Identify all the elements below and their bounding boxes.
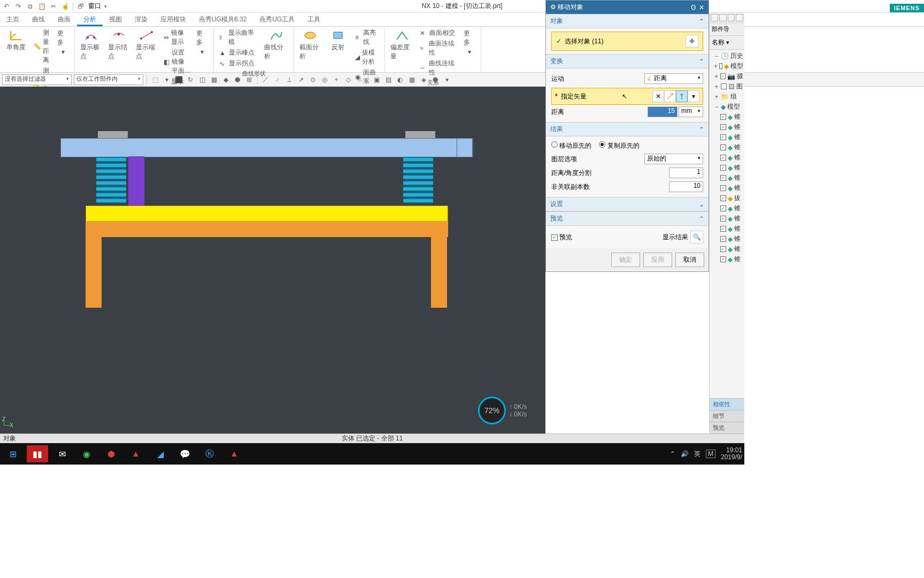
vec-infer[interactable] <box>664 90 676 102</box>
simple-angle-button[interactable]: 单角度 <box>3 28 29 53</box>
start-button[interactable]: ⊞ <box>2 445 24 462</box>
panel-tab-preview[interactable]: 预览 <box>710 422 744 434</box>
show-poles[interactable]: 显示极点 <box>78 28 104 62</box>
tb-icon-4[interactable]: ↻ <box>186 75 195 85</box>
tray-up-icon[interactable]: ⌃ <box>670 450 675 458</box>
tb-icon-1[interactable]: ⬚ <box>150 75 160 85</box>
feature-node[interactable]: ✓◆锥 <box>711 132 743 142</box>
tab-surface[interactable]: 曲面 <box>51 13 77 26</box>
feature-node[interactable]: ✓◆锥 <box>711 254 743 264</box>
pin-icon[interactable] <box>711 14 718 21</box>
touch-icon[interactable]: ☝ <box>61 2 70 11</box>
vec-axis[interactable] <box>676 90 688 102</box>
tb-icon-18[interactable]: ○ <box>355 75 365 85</box>
task-mail[interactable]: ✉ <box>51 445 73 462</box>
task-app-1[interactable]: ▮▮ <box>27 445 48 462</box>
tb-icon-7[interactable]: ◆ <box>221 75 230 85</box>
tb-icon-19[interactable]: ▣ <box>372 75 381 85</box>
redo-icon[interactable]: ↷ <box>14 2 22 11</box>
section-settings[interactable]: 设置⌄ <box>546 197 709 211</box>
tray-clock[interactable]: 19:01 2019/9/ <box>721 447 742 461</box>
task-app-4[interactable]: ◢ <box>150 445 171 462</box>
mirror-display[interactable]: ⇔镜像显示 <box>161 28 192 47</box>
column-header[interactable]: 名称 ▾ <box>710 36 744 50</box>
tab-analysis[interactable]: 分析 <box>77 13 103 26</box>
task-app-3[interactable]: ▲ <box>125 445 147 462</box>
tb-icon-23[interactable]: ◈ <box>419 75 428 85</box>
section-object[interactable]: 对象⌃ <box>546 14 709 28</box>
tab-home[interactable]: 主页 <box>0 13 26 26</box>
tree-node[interactable]: +◆模型 <box>711 61 743 71</box>
show-endpoints[interactable]: 显示端点 <box>134 28 159 62</box>
specify-vector-row[interactable]: * 指定矢量 ↖ ✕ ▾ <box>551 88 703 105</box>
select-object-row[interactable]: ✓ 选择对象 (11) ✛ <box>551 32 703 51</box>
show-peak[interactable]: ▲显示峰点 <box>217 48 260 58</box>
feature-node[interactable]: ✓◆锥 <box>711 122 743 132</box>
vec-dropdown[interactable]: ▾ <box>688 90 699 102</box>
tray-m[interactable]: M <box>706 450 715 458</box>
division-input[interactable]: 1 <box>669 168 703 178</box>
tab-yx1[interactable]: 燕秀UG模具6.32 <box>192 13 253 26</box>
motion-dropdown[interactable]: ∠ 距离 <box>644 73 703 84</box>
show-knots[interactable]: 显示结点 <box>106 28 132 62</box>
tree-node[interactable]: +📁组 <box>711 92 743 102</box>
vec-clear[interactable]: ✕ <box>652 90 664 102</box>
feature-node[interactable]: ✓◆锥 <box>711 153 743 163</box>
reflection[interactable]: 反射 <box>325 28 351 53</box>
paste-icon[interactable]: 📋 <box>37 2 46 11</box>
magnify-icon[interactable]: 🔍 <box>690 231 703 244</box>
tb-icon-17[interactable]: ◇ <box>343 75 353 85</box>
set-mirror-plane[interactable]: ◧设置镜像平面... <box>161 48 192 76</box>
tb-icon-24[interactable]: ⬣ <box>430 75 440 85</box>
tb-icon-5[interactable]: ◫ <box>197 75 207 85</box>
section-analysis[interactable]: 截面分析 <box>297 28 323 62</box>
feature-node[interactable]: ✓◆锥 <box>711 173 743 183</box>
curve-analysis[interactable]: 曲线分析 <box>262 28 290 62</box>
surface-continuity[interactable]: ≈曲面连续性 <box>418 39 459 58</box>
feature-node[interactable]: ✓◆锥 <box>711 214 743 224</box>
expand-icon[interactable] <box>728 14 735 21</box>
draft-analysis[interactable]: ◢拔模分析 <box>353 48 381 67</box>
tb-icon-22[interactable]: ▦ <box>407 75 417 85</box>
tray-ime[interactable]: 英 <box>694 450 700 459</box>
selection-filter[interactable]: 没有选择过滤器 <box>2 74 72 85</box>
feature-node[interactable]: ✓◆锥 <box>711 224 743 234</box>
tree-node[interactable]: +✓📷摄 <box>711 71 743 81</box>
measure-distance[interactable]: 📏测量距离 <box>31 28 53 65</box>
tab-tools[interactable]: 工具 <box>301 13 327 26</box>
tab-render[interactable]: 渲染 <box>128 13 154 26</box>
panel-tab-dep[interactable]: 相依性 <box>710 398 744 410</box>
copies-input[interactable]: 10 <box>669 181 703 192</box>
tb-icon-11[interactable]: ⟋ <box>273 75 282 85</box>
feature-node[interactable]: ✓◆锥 <box>711 142 743 153</box>
ok-button[interactable]: 确定 <box>611 253 640 267</box>
tab-view[interactable]: 视图 <box>103 13 128 26</box>
more-display[interactable]: 更多▾ <box>194 28 210 57</box>
task-edge[interactable]: ◉ <box>76 445 97 462</box>
tb-icon-6[interactable]: ▦ <box>209 75 219 85</box>
cut-icon[interactable]: ✂ <box>49 2 58 11</box>
collapse-icon[interactable] <box>736 14 743 21</box>
tree-node[interactable]: +🖼图 <box>711 81 743 92</box>
preview-checkbox[interactable]: ✓ 预览 <box>551 233 572 242</box>
layout-icon[interactable] <box>719 14 727 21</box>
tb-icon-12[interactable]: ⊥ <box>284 75 294 85</box>
tab-yx2[interactable]: 燕秀UG工具 <box>253 13 301 26</box>
copy-icon[interactable]: ⧉ <box>26 2 34 11</box>
tb-icon-13[interactable]: ↗ <box>296 75 306 85</box>
tray-sound-icon[interactable]: 🔊 <box>681 450 689 458</box>
window-icon[interactable]: 🗗 <box>76 2 85 11</box>
section-transform[interactable]: 变换⌃ <box>546 54 709 69</box>
task-app-2[interactable]: ⬢ <box>101 445 122 462</box>
deviation-gauge[interactable]: 偏差度量 <box>388 28 415 62</box>
section-result[interactable]: 结果⌃ <box>546 122 709 136</box>
tree-node[interactable]: −🕒历史 <box>711 51 743 61</box>
feature-node[interactable]: ✓◆锥 <box>711 163 743 173</box>
show-inflection[interactable]: ∿显示拐点 <box>217 58 260 69</box>
feature-node[interactable]: ✓◆锥 <box>711 112 743 122</box>
tb-icon-21[interactable]: ◐ <box>395 75 405 85</box>
reset-icon[interactable]: ʘ <box>691 4 696 11</box>
task-app-6[interactable]: ▲ <box>224 445 245 462</box>
tab-curve[interactable]: 曲线 <box>26 13 51 26</box>
more-relation[interactable]: 更多▾ <box>461 28 478 57</box>
